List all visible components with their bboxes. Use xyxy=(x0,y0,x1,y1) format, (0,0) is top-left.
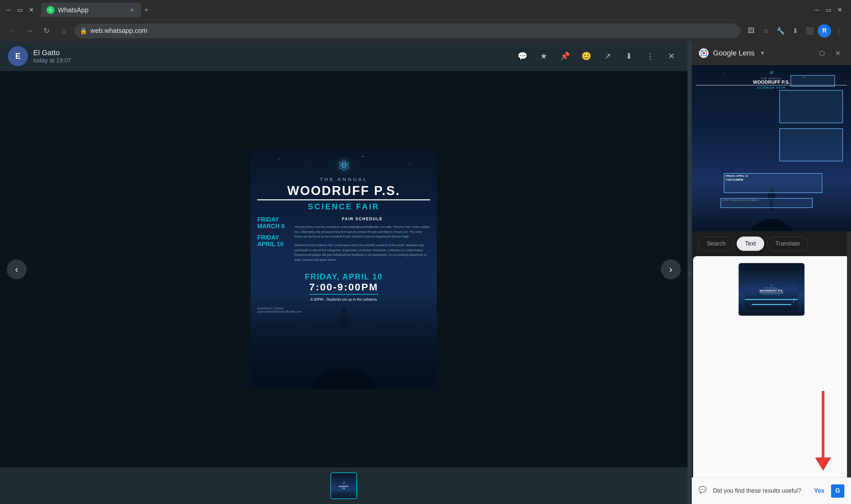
feedback-bar: 💬 Did you find these results useful? Yes… xyxy=(692,478,851,504)
lens-translate-tab[interactable]: Translate xyxy=(767,237,808,251)
poster-atom-icon: ⚛ xyxy=(337,157,351,175)
pin-action-button[interactable]: 📌 xyxy=(557,48,573,64)
feedback-text: Did you find these results useful? xyxy=(713,487,801,494)
home-button[interactable]: ⌂ xyxy=(57,24,70,38)
poster-april-desc: Welcome to the Science Fair! Come learn … xyxy=(295,243,430,262)
feedback-yes-button[interactable]: Yes xyxy=(814,487,825,494)
lens-text-tab[interactable]: Text xyxy=(737,237,764,251)
download-action-button[interactable]: ⬇ xyxy=(621,48,637,64)
svg-rect-5 xyxy=(343,328,347,344)
lens-open-button[interactable]: ⬡ xyxy=(815,47,828,60)
sender-time: today at 19:07 xyxy=(33,57,509,64)
image-thumbnail[interactable]: ⚛ WOODRUFFP.S. SCIENCE FAIR xyxy=(331,472,357,499)
image-viewer-footer: ⚛ WOODRUFFP.S. SCIENCE FAIR xyxy=(0,467,688,504)
forward-action-button[interactable]: ↗ xyxy=(600,48,616,64)
browser-frame: ─ ▭ ✕ WhatsApp ✕ + ─ ▭ ✕ ← → ↻ xyxy=(0,0,851,504)
annotation-friday-march xyxy=(779,90,843,123)
annotation-friday-april-10: FRIDAY, APRIL 10 7:00-9:00PM xyxy=(724,173,822,193)
more-action-button[interactable]: ⋮ xyxy=(642,48,658,64)
star-action-button[interactable]: ★ xyxy=(536,48,552,64)
window-controls: ─ ▭ ✕ xyxy=(4,5,36,15)
back-button[interactable]: ← xyxy=(5,24,19,38)
lens-tabs: Search Text Translate xyxy=(692,231,851,256)
poster-main-date: FRIDAY, APRIL 10 xyxy=(257,272,430,282)
win-restore-button[interactable]: ▭ xyxy=(824,5,833,15)
prev-image-button[interactable]: ‹ xyxy=(7,259,26,280)
more-options-button[interactable]: ⋮ xyxy=(832,24,846,38)
reload-button[interactable]: ↻ xyxy=(40,24,53,38)
lens-poster-small: ⚛ THE ANNUAL WOODRUFF P.S. SCIENCE FAIR … xyxy=(692,65,851,231)
avatar-initial: E xyxy=(15,52,21,61)
arrow-head xyxy=(815,457,831,471)
chat-action-button[interactable]: 💬 xyxy=(515,48,531,64)
poster-title: WOODRUFF P.S. xyxy=(257,184,430,201)
svg-point-7 xyxy=(320,369,367,389)
lens-header-right: ⬡ ✕ xyxy=(815,47,844,60)
separator-dot xyxy=(689,269,690,271)
emoji-action-button[interactable]: 😊 xyxy=(579,48,595,64)
browser-action-1[interactable]: 🖼 xyxy=(745,24,758,38)
poster-schedule-label: FAIR SCHEDULE xyxy=(295,217,430,221)
poster-cafeteria: 6:30PM - Students set up in the cafeteri… xyxy=(257,298,430,301)
lens-header: Google Lens ▼ ⬡ ✕ xyxy=(692,41,851,65)
feedback-icon: 💬 xyxy=(698,486,709,497)
url-bar[interactable]: 🔒 web.whatsapp.com xyxy=(74,23,741,38)
sender-name: El Gatto xyxy=(33,49,509,57)
lens-close-button[interactable]: ✕ xyxy=(831,47,844,60)
tab-favicon xyxy=(47,6,54,14)
annotation-cafeteria: 6:30PM - Students set up in the cafeteri… xyxy=(720,198,813,208)
lens-result-image: ⚛ THE ANNUAL WOODRUFF P.S. SCIENCE FAIR … xyxy=(738,263,805,316)
forward-button[interactable]: → xyxy=(23,24,36,38)
svg-point-9 xyxy=(703,52,705,54)
browser-toolbar: 🖼 ☆ 🔧 ⬇ ⬛ R ⋮ xyxy=(745,24,846,38)
lens-search-tab[interactable]: Search xyxy=(698,237,734,251)
profile-button[interactable]: R xyxy=(818,24,831,38)
sender-avatar: E xyxy=(8,46,28,66)
poster-schedule-detail: FAIR SCHEDULE All entry forms must be em… xyxy=(295,217,430,262)
separator-dot xyxy=(689,272,690,273)
window-controls-right: ─ ▭ ✕ xyxy=(812,5,844,15)
lens-selection-line2 xyxy=(751,304,791,305)
minimize-button[interactable]: ─ xyxy=(4,5,13,15)
annotation-friday-april-desc xyxy=(779,128,843,161)
lens-selection-line xyxy=(745,299,797,300)
close-viewer-button[interactable]: ✕ xyxy=(663,48,679,64)
address-bar: ← → ↻ ⌂ 🔒 web.whatsapp.com 🖼 ☆ 🔧 ⬇ ⬛ R ⋮ xyxy=(0,20,851,41)
whatsapp-area: E El Gatto today at 19:07 💬 ★ 📌 😊 ↗ ⬇ ⋮ xyxy=(0,41,688,504)
tab-close-button[interactable]: ✕ xyxy=(128,6,136,14)
maximize-button[interactable]: ▭ xyxy=(15,5,24,15)
poster-content: ⚛ THE ANNUAL WOODRUFF P.S. SCIENCE FAIR … xyxy=(257,157,430,313)
poster-date1: FRIDAY MARCH 8 xyxy=(257,217,290,230)
google-small-icon: G xyxy=(831,484,844,498)
active-tab[interactable]: WhatsApp ✕ xyxy=(41,3,141,17)
poster-march-desc: All entry forms must be emailed to scien… xyxy=(295,224,430,239)
poster-dates-column: FRIDAY MARCH 8 FRIDAY APRIL 10 xyxy=(257,217,290,248)
image-viewer-body: ‹ xyxy=(0,71,688,467)
panel-separator[interactable] xyxy=(688,41,691,504)
image-viewer-header: E El Gatto today at 19:07 💬 ★ 📌 😊 ↗ ⬇ ⋮ xyxy=(0,41,688,71)
new-tab-button[interactable]: + xyxy=(141,5,152,15)
thumbnail-inner: ⚛ WOODRUFFP.S. SCIENCE FAIR xyxy=(331,473,356,498)
close-button[interactable]: ✕ xyxy=(26,5,36,15)
poster-schedule: FRIDAY MARCH 8 FRIDAY APRIL 10 xyxy=(257,217,430,262)
annotation-fair-schedule xyxy=(791,75,835,87)
poster-main-date-section: FRIDAY, APRIL 10 7:00-9:00PM 6:30PM - St… xyxy=(257,272,430,301)
win-minimize-button[interactable]: ─ xyxy=(812,5,822,15)
main-content: E El Gatto today at 19:07 💬 ★ 📌 😊 ↗ ⬇ ⋮ xyxy=(0,41,851,504)
lens-dropdown-icon[interactable]: ▼ xyxy=(760,50,765,56)
science-fair-poster: ⚛ THE ANNUAL WOODRUFF P.S. SCIENCE FAIR … xyxy=(251,150,437,389)
extension-button[interactable]: 🔧 xyxy=(774,24,787,38)
header-actions: 💬 ★ 📌 😊 ↗ ⬇ ⋮ ✕ xyxy=(515,48,679,64)
bookmark-button[interactable]: ☆ xyxy=(759,24,773,38)
win-close-button[interactable]: ✕ xyxy=(835,5,844,15)
title-bar: ─ ▭ ✕ WhatsApp ✕ + ─ ▭ ✕ xyxy=(0,0,851,20)
lens-logo-icon xyxy=(698,48,709,58)
extension-button-2[interactable]: ⬛ xyxy=(803,24,816,38)
red-arrow xyxy=(815,391,831,471)
svg-point-17 xyxy=(758,219,785,231)
next-image-button[interactable]: › xyxy=(661,259,681,280)
poster-subtitle: SCIENCE FAIR xyxy=(308,202,379,211)
download-button[interactable]: ⬇ xyxy=(788,24,802,38)
arrow-shaft xyxy=(822,391,825,457)
poster-questions: Questions? Contactsciencedept@woodruffpu… xyxy=(257,307,430,313)
